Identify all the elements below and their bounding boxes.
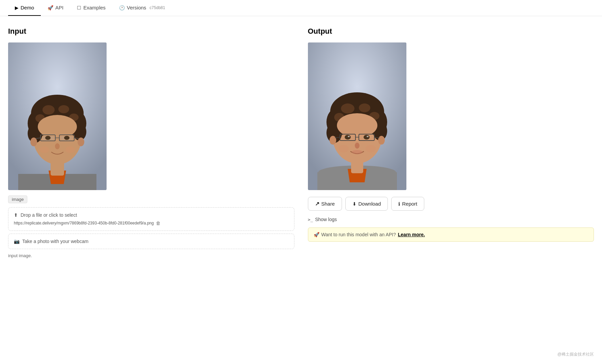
versions-icon: 🕐 xyxy=(119,5,125,10)
file-url: https://replicate.delivery/mgxm/7869b8fd… xyxy=(14,221,154,225)
tab-examples[interactable]: ☐ Examples xyxy=(70,0,112,16)
svg-point-55 xyxy=(348,136,350,137)
version-badge: c75db81 xyxy=(150,5,165,10)
drop-zone-url-row: https://replicate.delivery/mgxm/7869b8fd… xyxy=(14,220,289,226)
svg-point-11 xyxy=(42,105,55,115)
tab-versions[interactable]: 🕐 Versions c75db81 xyxy=(112,0,172,16)
webcam-text: Take a photo with your webcam xyxy=(22,239,88,244)
input-portrait-svg xyxy=(8,42,107,190)
tab-versions-label: Versions xyxy=(127,5,146,10)
webcam-zone[interactable]: Take a photo with your webcam xyxy=(8,234,294,249)
download-label: Download xyxy=(359,201,381,207)
svg-point-53 xyxy=(345,135,351,140)
download-button[interactable]: Download xyxy=(345,197,388,211)
tab-api-label: API xyxy=(55,5,63,10)
share-label: Share xyxy=(321,201,335,207)
report-button[interactable]: Report xyxy=(391,197,424,211)
svg-point-17 xyxy=(78,138,84,146)
nav-bar: ▶ Demo 🚀 API ☐ Examples 🕐 Versions c75db… xyxy=(0,0,602,16)
svg-point-47 xyxy=(378,136,385,145)
svg-point-42 xyxy=(359,103,370,112)
tab-demo[interactable]: ▶ Demo xyxy=(8,0,41,16)
image-label-badge: image xyxy=(8,195,27,203)
demo-icon: ▶ xyxy=(15,5,19,10)
api-banner-link[interactable]: Learn more. xyxy=(398,232,425,237)
camera-icon xyxy=(14,239,20,244)
delete-file-icon[interactable]: 🗑 xyxy=(156,220,161,226)
report-icon xyxy=(398,201,400,207)
input-caption: input image. xyxy=(8,253,294,258)
api-banner-emoji: 🚀 xyxy=(314,232,319,237)
svg-point-57 xyxy=(355,143,360,149)
report-label: Report xyxy=(402,201,417,207)
upload-icon xyxy=(14,212,18,218)
share-button[interactable]: Share xyxy=(308,197,342,211)
drop-zone-main: Drop a file or click to select xyxy=(14,212,289,218)
show-logs-label: Show logs xyxy=(315,217,337,222)
main-content: Input xyxy=(0,16,602,269)
svg-point-59 xyxy=(339,145,349,152)
svg-point-60 xyxy=(366,145,376,152)
examples-icon: ☐ xyxy=(77,5,81,10)
svg-point-56 xyxy=(367,136,369,137)
output-title: Output xyxy=(308,27,594,36)
show-logs-toggle[interactable]: Show logs xyxy=(308,217,594,222)
input-panel: Input xyxy=(8,27,294,258)
svg-point-12 xyxy=(58,105,69,113)
svg-point-41 xyxy=(341,103,354,114)
output-image xyxy=(308,42,406,190)
svg-point-16 xyxy=(30,138,37,146)
action-buttons: Share Download Report xyxy=(308,197,594,211)
share-icon xyxy=(315,201,319,207)
api-banner: 🚀 Want to run this model with an API? Le… xyxy=(308,228,594,242)
svg-point-27 xyxy=(55,143,60,149)
svg-point-58 xyxy=(352,150,363,154)
drop-zone-text: Drop a file or click to select xyxy=(21,212,77,218)
output-portrait-svg xyxy=(308,42,406,190)
tab-api[interactable]: 🚀 API xyxy=(41,0,70,16)
svg-point-29 xyxy=(65,146,75,153)
tab-examples-label: Examples xyxy=(83,5,106,10)
tab-demo-label: Demo xyxy=(21,5,34,10)
download-icon xyxy=(352,201,356,207)
input-image xyxy=(8,42,107,190)
file-drop-zone[interactable]: Drop a file or click to select https://r… xyxy=(8,207,294,231)
api-icon: 🚀 xyxy=(48,5,53,10)
api-banner-text: Want to run this model with an API? xyxy=(321,232,396,237)
svg-point-54 xyxy=(364,135,370,140)
terminal-icon xyxy=(308,217,313,222)
svg-point-25 xyxy=(45,136,51,140)
svg-point-26 xyxy=(64,136,69,140)
svg-point-46 xyxy=(329,136,336,145)
svg-point-28 xyxy=(40,146,49,153)
input-title: Input xyxy=(8,27,294,36)
output-panel: Output xyxy=(308,27,594,258)
